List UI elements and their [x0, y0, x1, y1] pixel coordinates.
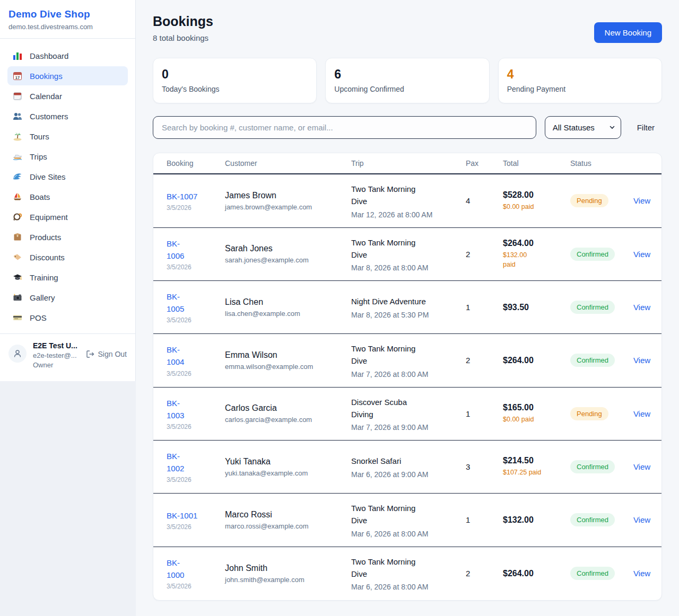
booking-id-link[interactable]: BK-1001 [167, 509, 221, 522]
booking-id-link[interactable]: BK-1005 [167, 291, 221, 315]
sidebar-item-bookings[interactable]: 17 Bookings [7, 66, 128, 85]
sidebar-item-dive-sites[interactable]: Dive Sites [7, 167, 128, 186]
pax-cell: 2 [466, 241, 503, 267]
trip-cell: Two Tank MorningDive Mar 6, 2026 at 8:00… [351, 494, 466, 547]
people-icon [13, 111, 22, 121]
stat-value: 6 [334, 67, 480, 82]
table-row: BK-1000 3/5/2026 John Smith john.smith@e… [153, 547, 661, 600]
sidebar-item-label: Tours [30, 132, 49, 141]
pax-cell: 1 [466, 401, 503, 427]
sign-out-button[interactable]: Sign Out [86, 350, 127, 358]
table-row: BK-1001 3/5/2026 Marco Rossi marco.rossi… [153, 494, 661, 547]
speedboat-icon [13, 152, 22, 161]
sidebar-item-products[interactable]: Products [7, 227, 128, 247]
sidebar-item-calendar[interactable]: Calendar [7, 86, 128, 105]
customer-cell: Carlos Garcia carlos.garcia@example.com [225, 395, 351, 432]
booking-id-link[interactable]: BK-1003 [167, 397, 221, 422]
sidebar-item-customers[interactable]: Customers [7, 107, 128, 126]
sidebar-item-training[interactable]: Training [7, 268, 128, 287]
view-link[interactable]: View [632, 294, 656, 320]
trip-title: Two Tank MorningDive [351, 183, 462, 208]
sidebar: Demo Dive Shop demo.test.divestreams.com… [0, 0, 136, 381]
customer-name: Yuki Tanaka [225, 457, 347, 467]
total-cell: $132.00 [503, 507, 570, 533]
sidebar-item-label: Products [30, 233, 61, 242]
sidebar-item-equipment[interactable]: Equipment [7, 207, 128, 226]
sidebar-item-dashboard[interactable]: Dashboard [7, 46, 128, 65]
trip-title: Discover ScubaDiving [351, 396, 462, 421]
sidebar-item-pos[interactable]: POS [7, 308, 128, 327]
sidebar-item-boats[interactable]: Boats [7, 187, 128, 206]
svg-text:17: 17 [15, 75, 20, 80]
booking-id-link[interactable]: BK-1007 [167, 190, 221, 203]
view-link[interactable]: View [632, 241, 656, 267]
sidebar-item-label: Customers [30, 112, 68, 121]
status-select[interactable]: All Statuses [545, 116, 621, 139]
column-header-actions [632, 157, 656, 169]
view-link[interactable]: View [632, 507, 656, 533]
sidebar-item-gallery[interactable]: Gallery [7, 288, 128, 307]
view-link[interactable]: View [632, 347, 656, 373]
sidebar-item-label: Dashboard [30, 51, 68, 60]
total-amount: $264.00 [503, 356, 566, 365]
trip-cell: Snorkel Safari Mar 6, 2026 at 9:00 AM [351, 446, 466, 487]
sidebar-item-discounts[interactable]: Discounts [7, 248, 128, 267]
customer-cell: John Smith john.smith@example.com [225, 555, 351, 592]
total-cell: $264.00 $132.00paid [503, 230, 570, 278]
trip-title: Two Tank MorningDive [351, 236, 462, 261]
booking-date: 3/5/2026 [167, 370, 221, 377]
total-cell: $93.50 [503, 294, 570, 321]
booking-date: 3/5/2026 [167, 263, 221, 271]
trip-cell: Night Dive Adventure Mar 8, 2026 at 5:30… [351, 287, 466, 327]
trip-datetime: Mar 8, 2026 at 5:30 PM [351, 311, 462, 319]
filter-button[interactable]: Filter [630, 119, 662, 136]
status-badge: Pending [570, 407, 608, 420]
customer-cell: James Brown james.brown@example.com [225, 182, 351, 219]
customer-name: Emma Wilson [225, 350, 347, 360]
booking-id-link[interactable]: BK-1002 [167, 450, 221, 475]
customer-name: Marco Rossi [225, 510, 347, 520]
trip-cell: Discover ScubaDiving Mar 7, 2026 at 9:00… [351, 388, 466, 441]
view-link[interactable]: View [632, 454, 656, 480]
customer-cell: Marco Rossi marco.rossi@example.com [225, 501, 351, 539]
trip-title: Snorkel Safari [351, 455, 462, 467]
filter-row: All Statuses Filter [153, 116, 662, 139]
customer-cell: Emma Wilson emma.wilson@example.com [225, 342, 351, 379]
trip-cell: Two Tank MorningDive Mar 6, 2026 at 8:00… [351, 547, 466, 600]
customer-name: James Brown [225, 191, 347, 200]
user-name: E2E Test U... [33, 341, 80, 350]
booking-date: 3/5/2026 [167, 583, 221, 590]
booking-cell: BK-1002 3/5/2026 [167, 442, 225, 492]
sidebar-item-tours[interactable]: Tours [7, 127, 128, 146]
sidebar-item-trips[interactable]: Trips [7, 147, 128, 166]
booking-id-link[interactable]: BK-1006 [167, 237, 221, 262]
booking-cell: BK-1004 3/5/2026 [167, 335, 225, 386]
booking-date: 3/5/2026 [167, 204, 221, 212]
total-amount: $214.50 [503, 456, 566, 465]
new-booking-button[interactable]: New Booking [594, 22, 662, 43]
customer-email: marco.rossi@example.com [225, 522, 347, 530]
trip-datetime: Mar 6, 2026 at 8:00 AM [351, 530, 462, 538]
booking-date: 3/5/2026 [167, 523, 221, 531]
sidebar-item-label: Training [30, 273, 58, 282]
booking-id-link[interactable]: BK-1000 [167, 557, 221, 582]
brand-domain: demo.test.divestreams.com [8, 23, 127, 31]
sidebar-item-label: POS [30, 313, 47, 322]
stat-card-upcoming-confirmed: 6 Upcoming Confirmed [325, 58, 489, 103]
table-row: BK-1004 3/5/2026 Emma Wilson emma.wilson… [153, 334, 661, 388]
page-subtitle: 8 total bookings [153, 33, 213, 42]
search-input[interactable] [153, 116, 536, 139]
view-link[interactable]: View [632, 188, 656, 214]
package-icon [13, 232, 22, 242]
view-link[interactable]: View [632, 560, 656, 586]
total-amount: $264.00 [503, 239, 566, 248]
calendar-17-icon: 17 [13, 71, 22, 81]
view-link[interactable]: View [632, 401, 656, 427]
booking-id-link[interactable]: BK-1004 [167, 344, 221, 368]
table-row: BK-1002 3/5/2026 Yuki Tanaka yuki.tanaka… [153, 441, 661, 494]
user-meta: E2E Test U... e2e-tester@... Owner [33, 341, 80, 369]
total-cell: $528.00 $0.00 paid [503, 182, 570, 220]
sidebar-item-label: Bookings [30, 72, 63, 81]
customer-email: lisa.chen@example.com [225, 310, 347, 318]
trip-title: Two Tank MorningDive [351, 342, 462, 367]
